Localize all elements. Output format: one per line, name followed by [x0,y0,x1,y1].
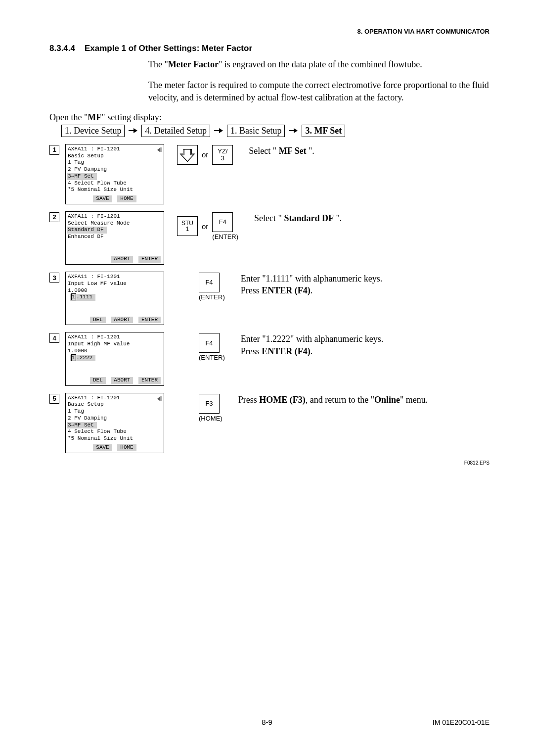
softkey-save: SAVE [93,195,112,202]
key-actions: F3 (HOME) [199,394,222,422]
arrow-icon [129,128,137,133]
step-number: 5 [49,394,59,404]
para-1: The "Meter Factor" is engraved on the da… [148,58,490,70]
step-number: 4 [49,333,59,343]
bc-device-setup: 1. Device Setup [61,125,125,137]
softkey-home: HOME [117,195,136,202]
section-number: 8.3.4.4 [49,44,75,53]
hart-screen: AXFA11 : FI-1201 Input Low MF value 1.00… [65,272,164,325]
doc-number: IM 01E20C01-01E [433,718,490,726]
hart-screen: AXFA11 : FI-1201 Input High MF value 1.0… [65,332,164,385]
arrow-icon [214,128,223,133]
step-row-3: 3 AXFA11 : FI-1201 Input Low MF value 1.… [49,272,490,325]
hart-screen: AXFA11 : FI-1201 Basic Setup 1 Tag 2 PV … [65,393,164,453]
chapter-header: 8. OPERATION VIA HART COMMUNICATOR [357,28,490,35]
softkey-home: HOME [117,444,136,451]
step-row-1: 1 AXFA11 : FI-1201 Basic Setup 1 Tag 2 P… [49,144,490,204]
bc-basic-setup: 1. Basic Setup [227,125,285,137]
arrow-icon [289,128,298,133]
selected-item: 3→MF Set [67,422,97,429]
or-label: or [202,150,208,159]
softkey-enter: ENTER [138,317,161,324]
selected-item: Standard DF [67,227,107,234]
softkey-del: DEL [90,317,106,324]
step-row-5: 5 AXFA11 : FI-1201 Basic Setup 1 Tag 2 P… [49,393,490,453]
softkey-del: DEL [90,377,106,384]
bc-detailed-setup: 4. Detailed Setup [141,125,210,137]
step-desc: Press HOME (F3), and return to the "Onli… [238,394,428,406]
step-desc: Select " Standard DF ". [254,212,342,224]
or-label: or [202,222,208,231]
softkey-enter: ENTER [138,377,161,384]
softkey-abort: ABORT [111,317,133,324]
breadcrumb: 1. Device Setup 4. Detailed Setup 1. Bas… [61,125,490,137]
softkey-row: SAVE HOME [68,195,162,202]
para-2: The meter factor is required to compute … [148,79,490,103]
scroll-indicator-icon [157,146,162,152]
step-desc: Select " MF Set ". [249,145,314,157]
down-arrow-key-icon [177,145,198,165]
key-f4: F4 [199,273,220,292]
key-f4: F4 [212,212,233,232]
softkey-abort: ABORT [111,256,133,263]
key-sublabel: (ENTER) [199,293,225,301]
key-sublabel: (HOME) [199,415,222,422]
softkey-enter: ENTER [138,256,161,263]
open-display-line: Open the "MF" setting display: [49,112,490,123]
key-stu1: STU 1 [177,216,198,236]
step-desc: Enter "1.2222" with alphanumeric keys. P… [241,333,384,357]
input-value: 1.2222 [70,355,96,362]
key-sublabel: (ENTER) [212,233,238,240]
softkey-row: DEL ABORT ENTER [68,317,162,324]
step-row-4: 4 AXFA11 : FI-1201 Input High MF value 1… [49,332,490,385]
step-row-2: 2 AXFA11 : FI-1201 Select Measure Mode S… [49,211,490,265]
hart-screen: AXFA11 : FI-1201 Select Measure Mode Sta… [65,211,164,265]
key-actions: or YZ/ 3 [177,145,233,165]
selected-item: 3→MF Set [67,173,97,180]
bc-mf-set: 3. MF Set [302,125,345,137]
softkey-row: DEL ABORT ENTER [68,377,162,384]
hart-screen: AXFA11 : FI-1201 Basic Setup 1 Tag 2 PV … [65,144,164,204]
key-sublabel: (ENTER) [199,354,225,361]
step-desc: Enter "1.1111" with alphanumeric keys. P… [241,273,383,297]
step-number: 1 [49,145,59,155]
key-actions: F4 (ENTER) [199,273,225,301]
key-actions: F4 (ENTER) [199,333,225,361]
scroll-indicator-icon [157,395,162,401]
key-f3: F3 [199,394,220,414]
softkey-row: SAVE HOME [68,444,162,451]
step-number: 3 [49,273,59,283]
softkey-abort: ABORT [111,377,133,384]
figure-label: F0812.EPS [464,460,490,466]
section-heading: 8.3.4.4 Example 1 of Other Settings: Met… [49,44,490,53]
key-f4: F4 [199,333,220,353]
step-number: 2 [49,212,59,222]
softkey-save: SAVE [93,444,112,451]
input-value: 1.1111 [70,294,96,301]
key-actions: STU 1 or F4 (ENTER) [177,212,238,240]
key-yz3: YZ/ 3 [212,145,233,165]
section-title: Example 1 of Other Settings: Meter Facto… [85,44,252,53]
softkey-row: ABORT ENTER [68,256,162,263]
